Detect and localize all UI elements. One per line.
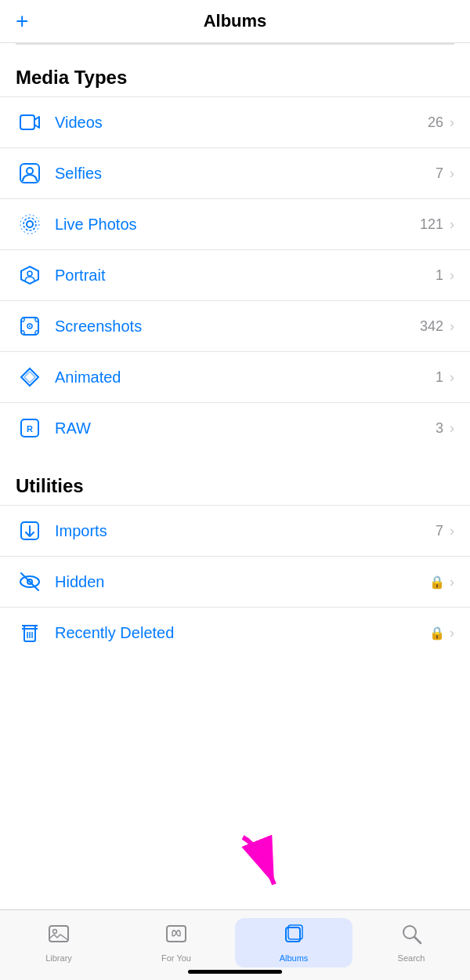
section-header-media-types: Media Types bbox=[0, 45, 470, 96]
screenshots-label: Screenshots bbox=[55, 318, 420, 336]
raw-icon: R bbox=[16, 414, 44, 442]
tab-for-you-label: For You bbox=[161, 953, 191, 963]
for-you-tab-icon bbox=[165, 923, 187, 950]
search-tab-icon bbox=[400, 923, 422, 950]
imports-count: 7 bbox=[436, 523, 443, 539]
tab-for-you[interactable]: For You bbox=[118, 918, 235, 967]
screenshots-chevron: › bbox=[450, 318, 454, 335]
content-area: Media Types Videos 26 › Selfies 7 › bbox=[0, 43, 470, 906]
recently-deleted-label: Recently Deleted bbox=[55, 624, 429, 642]
page-title: Albums bbox=[204, 11, 267, 31]
hidden-lock-icon: 🔒 bbox=[429, 575, 445, 590]
svg-point-24 bbox=[53, 930, 57, 934]
selfies-icon bbox=[16, 159, 44, 187]
selfies-chevron: › bbox=[450, 165, 454, 182]
animated-count: 1 bbox=[436, 369, 443, 386]
imports-chevron: › bbox=[450, 523, 454, 539]
list-item-raw[interactable]: R RAW 3 › bbox=[0, 402, 470, 453]
svg-point-3 bbox=[27, 221, 33, 227]
tab-search[interactable]: Search bbox=[352, 918, 470, 967]
header: + Albums bbox=[0, 0, 470, 43]
live-photos-count: 121 bbox=[420, 216, 443, 233]
svg-line-29 bbox=[414, 937, 421, 943]
svg-point-9 bbox=[29, 325, 31, 327]
svg-point-2 bbox=[27, 168, 33, 174]
portrait-icon bbox=[16, 261, 44, 289]
animated-label: Animated bbox=[55, 368, 436, 387]
animated-icon bbox=[16, 363, 44, 391]
live-photos-label: Live Photos bbox=[55, 216, 420, 234]
svg-point-4 bbox=[24, 218, 36, 230]
animated-chevron: › bbox=[450, 369, 454, 386]
hidden-chevron: › bbox=[450, 574, 454, 590]
videos-label: Videos bbox=[55, 114, 428, 132]
portrait-label: Portrait bbox=[55, 267, 436, 285]
hidden-icon bbox=[16, 568, 44, 596]
selfies-label: Selfies bbox=[55, 165, 436, 183]
selfies-count: 7 bbox=[436, 165, 443, 182]
recently-deleted-icon bbox=[16, 619, 44, 647]
tab-search-label: Search bbox=[398, 953, 425, 963]
raw-label: RAW bbox=[55, 419, 436, 437]
raw-chevron: › bbox=[450, 420, 454, 437]
section-header-utilities: Utilities bbox=[0, 453, 470, 505]
home-indicator bbox=[188, 970, 282, 974]
list-item-imports[interactable]: Imports 7 › bbox=[0, 505, 470, 556]
list-item-animated[interactable]: Animated 1 › bbox=[0, 351, 470, 402]
recently-deleted-chevron: › bbox=[450, 625, 454, 641]
list-item-videos[interactable]: Videos 26 › bbox=[0, 96, 470, 147]
tab-library[interactable]: Library bbox=[0, 918, 118, 967]
portrait-count: 1 bbox=[436, 267, 443, 284]
svg-point-6 bbox=[27, 271, 32, 276]
tab-albums[interactable]: Albums bbox=[235, 918, 352, 967]
svg-rect-0 bbox=[20, 115, 34, 129]
albums-tab-icon bbox=[283, 923, 305, 950]
list-item-portrait[interactable]: Portrait 1 › bbox=[0, 249, 470, 300]
raw-count: 3 bbox=[436, 420, 443, 437]
library-tab-icon bbox=[48, 923, 70, 950]
screenshots-count: 342 bbox=[420, 318, 443, 335]
screenshots-icon bbox=[16, 312, 44, 340]
svg-text:R: R bbox=[27, 424, 33, 434]
tab-library-label: Library bbox=[45, 953, 72, 963]
portrait-chevron: › bbox=[450, 267, 454, 284]
videos-count: 26 bbox=[428, 114, 443, 131]
live-photos-chevron: › bbox=[450, 216, 454, 233]
videos-chevron: › bbox=[450, 114, 454, 131]
svg-rect-23 bbox=[49, 926, 68, 942]
imports-icon bbox=[16, 517, 44, 545]
videos-icon bbox=[16, 108, 44, 136]
hidden-label: Hidden bbox=[55, 573, 429, 591]
add-button[interactable]: + bbox=[16, 9, 28, 34]
list-item-selfies[interactable]: Selfies 7 › bbox=[0, 147, 470, 198]
list-item-screenshots[interactable]: Screenshots 342 › bbox=[0, 300, 470, 351]
tab-albums-label: Albums bbox=[280, 953, 309, 963]
imports-label: Imports bbox=[55, 522, 436, 540]
recently-deleted-lock-icon: 🔒 bbox=[429, 626, 445, 641]
list-item-recently-deleted[interactable]: Recently Deleted 🔒 › bbox=[0, 607, 470, 658]
live-photos-icon bbox=[16, 210, 44, 238]
list-item-live-photos[interactable]: Live Photos 121 › bbox=[0, 198, 470, 249]
list-item-hidden[interactable]: Hidden 🔒 › bbox=[0, 556, 470, 607]
